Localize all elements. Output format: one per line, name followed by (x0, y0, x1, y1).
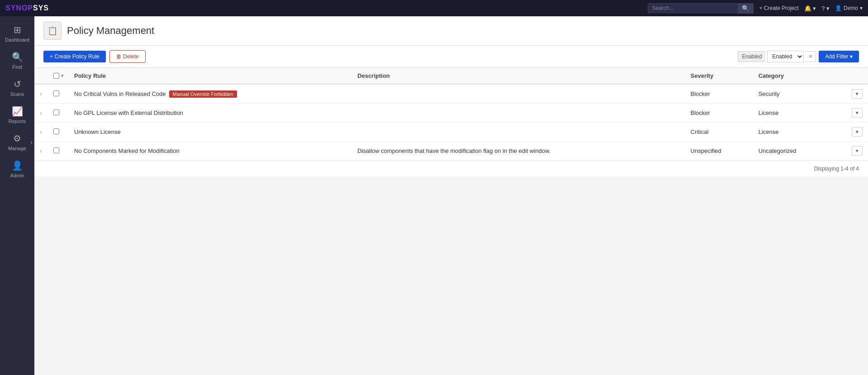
col-description: Description (352, 68, 685, 84)
sidebar-item-label: Find (12, 64, 22, 70)
checkbox-caret-icon[interactable]: ▾ (61, 73, 63, 78)
col-actions (833, 68, 868, 84)
manual-override-badge: Manual Override Forbidden (169, 90, 237, 98)
row-action-dropdown-button[interactable]: ▾ (852, 127, 863, 137)
page-header: 📋 Policy Management (34, 16, 868, 46)
row-actions: ▾ (838, 146, 863, 156)
row-checkbox[interactable] (53, 147, 59, 153)
sidebar-item-label: Admin (10, 173, 24, 178)
row-action-dropdown-button[interactable]: ▾ (852, 89, 863, 99)
manage-icon: ⚙ (13, 133, 21, 144)
row-checkbox[interactable] (53, 109, 59, 115)
sidebar-item-label: Reports (9, 119, 26, 124)
row-severity: Unspecified (685, 142, 753, 161)
toolbar: + Create Policy Rule 🗑 Delete Enabled En… (34, 46, 868, 68)
sidebar-item-label: Dashboard (5, 37, 29, 43)
row-actions-cell: ▾ (833, 123, 868, 142)
col-checkbox: ▾ (48, 68, 69, 84)
row-expand-cell: › (34, 104, 48, 123)
row-policy-rule-name: Unknown License (69, 123, 352, 142)
logo: SYNOPSYS (5, 4, 49, 12)
row-actions-cell: ▾ (833, 142, 868, 161)
create-project-button[interactable]: + Create Project (759, 5, 798, 11)
search-input[interactable] (648, 3, 738, 13)
row-actions: ▾ (838, 89, 863, 99)
top-nav: SYNOPSYS 🔍 + Create Project 🔔 ▾ ? ▾ 👤 De… (0, 0, 868, 16)
user-caret-icon: ▾ (860, 5, 863, 11)
row-actions: ▾ (838, 108, 863, 118)
toolbar-left: + Create Policy Rule 🗑 Delete (43, 50, 146, 63)
main-layout: ⊞ Dashboard 🔍 Find ↺ Scans 📈 Reports ⚙ M… (0, 16, 868, 375)
top-nav-right: 🔍 + Create Project 🔔 ▾ ? ▾ 👤 Demo ▾ (648, 3, 863, 14)
row-description (352, 104, 685, 123)
expand-icon[interactable]: › (40, 129, 42, 135)
row-category: Security (753, 84, 833, 104)
search-button[interactable]: 🔍 (738, 3, 754, 14)
user-label: Demo (844, 5, 858, 11)
reports-icon: 📈 (12, 106, 23, 117)
filter-enabled-label: Enabled (738, 51, 765, 62)
row-expand-cell: › (34, 142, 48, 161)
row-description (352, 84, 685, 104)
search-box: 🔍 (648, 3, 754, 14)
row-expand-cell: › (34, 84, 48, 104)
filter-enabled-select[interactable]: Enabled Disabled All (767, 51, 804, 62)
expand-icon[interactable]: › (40, 148, 42, 154)
help-button[interactable]: ? ▾ (821, 5, 830, 12)
row-checkbox-cell (48, 123, 69, 142)
row-checkbox[interactable] (53, 128, 59, 134)
row-actions-cell: ▾ (833, 104, 868, 123)
col-category: Category (753, 68, 833, 84)
sidebar-item-dashboard[interactable]: ⊞ Dashboard (0, 20, 34, 47)
row-policy-rule-name: No Critical Vulns in Released Code Manua… (69, 84, 352, 104)
row-description (352, 123, 685, 142)
row-action-dropdown-button[interactable]: ▾ (852, 146, 863, 156)
policy-rules-table: ▾ Policy Rule Description Severity Categ… (34, 68, 868, 161)
select-all-checkbox[interactable] (53, 73, 59, 79)
toolbar-right: Enabled Enabled Disabled All ✕ Add Filte… (738, 51, 859, 62)
row-category: License (753, 104, 833, 123)
row-description: Disallow components that have the modifi… (352, 142, 685, 161)
admin-icon: 👤 (12, 160, 23, 171)
row-action-dropdown-button[interactable]: ▾ (852, 108, 863, 118)
expand-icon[interactable]: › (40, 110, 42, 116)
page-icon: 📋 (43, 22, 62, 40)
sidebar-item-scans[interactable]: ↺ Scans (0, 74, 34, 101)
row-category: Uncategorized (753, 142, 833, 161)
sidebar-item-reports[interactable]: 📈 Reports (0, 101, 34, 128)
dashboard-icon: ⊞ (14, 24, 21, 35)
row-actions: ▾ (838, 127, 863, 137)
row-expand-cell: › (34, 123, 48, 142)
sidebar-item-find[interactable]: 🔍 Find (0, 47, 34, 74)
page-title: Policy Management (67, 25, 154, 37)
col-severity: Severity (685, 68, 753, 84)
row-severity: Blocker (685, 104, 753, 123)
delete-button[interactable]: 🗑 Delete (109, 50, 146, 63)
sidebar-item-admin[interactable]: 👤 Admin (0, 156, 34, 183)
row-severity: Critical (685, 123, 753, 142)
create-policy-rule-button[interactable]: + Create Policy Rule (43, 51, 106, 62)
user-menu-button[interactable]: 👤 Demo ▾ (835, 5, 863, 11)
sidebar: ⊞ Dashboard 🔍 Find ↺ Scans 📈 Reports ⚙ M… (0, 16, 34, 375)
row-actions-cell: ▾ (833, 84, 868, 104)
row-checkbox-cell (48, 104, 69, 123)
table-row: › No Critical Vulns in Released Code Man… (34, 84, 868, 104)
table-row: › No Components Marked for Modification … (34, 142, 868, 161)
sidebar-item-label: Scans (10, 91, 24, 97)
scans-icon: ↺ (14, 79, 21, 90)
filter-group: Enabled Enabled Disabled All ✕ (738, 51, 816, 62)
expand-icon[interactable]: › (40, 91, 42, 97)
sidebar-item-manage[interactable]: ⚙ Manage (0, 128, 34, 156)
row-checkbox[interactable] (53, 90, 59, 96)
row-policy-rule-name: No GPL License with External Distributio… (69, 104, 352, 123)
find-icon: 🔍 (12, 52, 23, 62)
col-policy-rule: Policy Rule (69, 68, 352, 84)
notifications-button[interactable]: 🔔 ▾ (804, 5, 816, 12)
table-footer: Displaying 1-4 of 4 (34, 161, 868, 176)
add-filter-button[interactable]: Add Filter ▾ (819, 51, 859, 62)
content-area: 📋 Policy Management + Create Policy Rule… (34, 16, 868, 375)
sidebar-item-label: Manage (8, 146, 26, 151)
user-icon: 👤 (835, 5, 842, 11)
filter-close-button[interactable]: ✕ (806, 51, 816, 62)
row-checkbox-cell (48, 84, 69, 104)
